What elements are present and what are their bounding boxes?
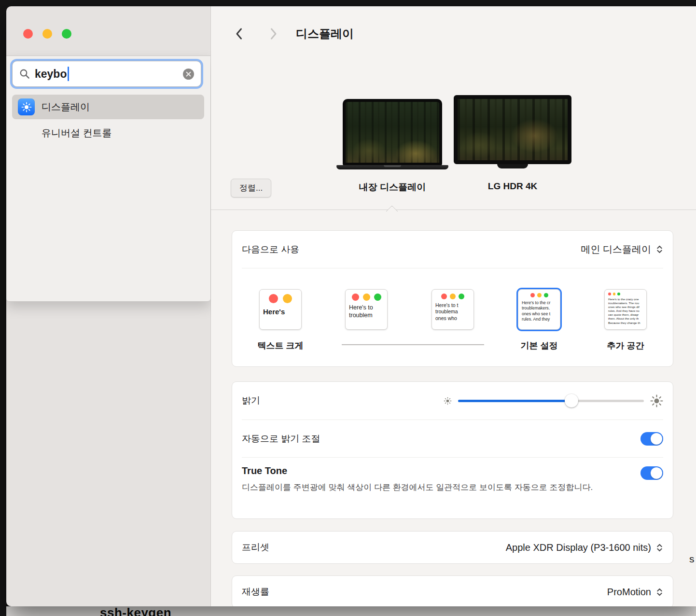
brightness-max-sun-icon <box>650 394 663 407</box>
builtin-display-preview[interactable] <box>343 99 442 169</box>
chevron-up-down-icon <box>656 543 663 553</box>
toggle-knob <box>651 433 662 445</box>
selected-display-caret <box>386 205 398 217</box>
preset-row: 프리셋 Apple XDR Display (P3-1600 nits) <box>232 532 673 563</box>
refresh-rate-row: 재생률 ProMotion <box>232 576 673 606</box>
chevron-right-icon <box>270 28 278 40</box>
monitor-stand <box>497 164 528 168</box>
preview-text-line: Here's to the cr <box>522 300 557 306</box>
auto-brightness-row: 자동으로 밝기 조절 <box>232 420 673 457</box>
external-display-name: LG HDR 4K <box>488 181 537 192</box>
chevron-up-down-icon <box>656 587 663 597</box>
background-text-fragment: s <box>689 553 695 565</box>
brightness-slider[interactable] <box>458 394 644 407</box>
display-settings-pane: 디스플레이 내장 디스플레이 LG HDR 4K 정렬... 다음으로 사용 메… <box>211 6 696 606</box>
preview-text-line: ones who see things dif <box>608 305 643 309</box>
laptop-base <box>336 165 448 169</box>
true-tone-label: True Tone <box>242 465 663 476</box>
forward-button[interactable] <box>270 28 278 42</box>
preview-text-line: ones who <box>435 315 470 322</box>
builtin-display-name: 내장 디스플레이 <box>359 181 426 194</box>
preview-text-line: troublema <box>435 308 470 315</box>
refresh-rate-card: 재생률 ProMotion <box>232 575 673 606</box>
use-as-row: 다음으로 사용 메인 디스플레이 <box>232 231 673 268</box>
use-as-label: 다음으로 사용 <box>242 243 299 256</box>
scaling-option-more-space[interactable]: Here's to the crazy one troublemakers. T… <box>604 289 647 330</box>
sidebar: keybo <box>6 6 211 606</box>
preview-text-line: troublemakers. <box>522 306 557 311</box>
preview-text-line: troublemakers. The rou <box>608 301 643 305</box>
preset-label: 프리셋 <box>242 541 269 554</box>
use-as-value: 메인 디스플레이 <box>581 243 651 256</box>
zoom-button[interactable] <box>62 29 71 39</box>
preview-text-line: troublem <box>349 311 384 319</box>
search-result-universal-control[interactable]: 유니버설 컨트롤 <box>12 122 204 143</box>
display-config-card: 다음으로 사용 메인 디스플레이 Here's <box>232 230 673 367</box>
preview-text-line: them. About the only th <box>608 317 643 321</box>
clear-search-button[interactable] <box>183 69 194 80</box>
display-brightness-icon <box>18 98 35 115</box>
preview-text-line: Because they change th <box>608 321 643 325</box>
resolution-options: Here's Here's to troublem Here's to t tr… <box>232 268 673 367</box>
search-icon <box>19 69 30 79</box>
preview-text-line: can quote them, disagr <box>608 313 643 317</box>
scaling-option-2[interactable]: Here's to troublem <box>345 289 388 330</box>
page-title: 디스플레이 <box>296 26 354 42</box>
refresh-rate-label: 재생률 <box>242 586 269 598</box>
search-results-list: 디스플레이 유니버설 컨트롤 <box>12 95 204 143</box>
external-display-screen <box>454 95 571 164</box>
scaling-option-default[interactable]: Here's to the cr troublemakers. ones who… <box>518 289 560 330</box>
search-input[interactable]: keybo <box>12 61 201 87</box>
text-cursor <box>68 67 69 81</box>
scaling-label-larger-text: 텍스트 크게 <box>257 340 303 351</box>
true-tone-toggle[interactable] <box>640 466 663 480</box>
preview-text-line: ones who see t <box>522 311 557 317</box>
slider-fill <box>458 400 571 402</box>
preview-text-line: Here's to t <box>435 302 470 308</box>
search-result-displays[interactable]: 디스플레이 <box>12 95 204 119</box>
window-controls <box>23 29 71 39</box>
use-as-popup[interactable]: 메인 디스플레이 <box>581 243 663 256</box>
toggle-knob <box>651 467 662 479</box>
preset-popup[interactable]: Apple XDR Display (P3-1600 nits) <box>506 542 663 553</box>
refresh-rate-value: ProMotion <box>607 587 651 598</box>
scaling-label-more-space: 추가 공간 <box>607 340 644 351</box>
x-icon <box>186 71 191 77</box>
search-query-text: keybo <box>35 68 67 81</box>
close-button[interactable] <box>23 29 33 39</box>
mini-window-dots <box>518 293 560 297</box>
slider-knob[interactable] <box>565 394 578 407</box>
preset-card: 프리셋 Apple XDR Display (P3-1600 nits) <box>232 531 673 564</box>
mini-window-dots <box>260 294 301 303</box>
auto-brightness-toggle[interactable] <box>640 432 663 446</box>
refresh-rate-popup[interactable]: ProMotion <box>607 587 663 598</box>
preset-value: Apple XDR Display (P3-1600 nits) <box>506 542 651 553</box>
true-tone-row: True Tone 디스플레이를 주변광에 맞춰 색상이 다른 환경에서도 일관… <box>232 458 673 494</box>
mini-window-dots <box>432 294 473 299</box>
search-results-popover: keybo <box>6 56 210 302</box>
background-terminal-text: ssh-keygen <box>100 606 171 616</box>
background-window-strip: ssh-keygen <box>6 606 696 616</box>
brightness-label: 밝기 <box>242 394 260 407</box>
back-button[interactable] <box>235 28 243 42</box>
arrange-button[interactable]: 정렬... <box>231 179 271 197</box>
brightness-card: 밝기 <box>232 381 673 519</box>
scaling-option-3[interactable]: Here's to t troublema ones who <box>432 289 474 330</box>
preview-text-line: Here's <box>263 308 298 316</box>
preview-text-line: rules. And they have no <box>608 309 643 313</box>
preview-text-line: Here's to <box>349 304 384 311</box>
minimize-button[interactable] <box>42 29 52 39</box>
system-settings-window: keybo <box>6 6 696 606</box>
brightness-min-sun-icon <box>444 397 452 405</box>
scaling-connector-line <box>342 344 484 345</box>
chevron-up-down-icon <box>656 244 663 254</box>
section-divider <box>211 210 696 210</box>
scaling-option-larger-text[interactable]: Here's <box>259 289 302 330</box>
brightness-slider-group <box>444 394 663 407</box>
preview-text-line: Here's to the crazy one <box>608 297 643 301</box>
external-display-preview[interactable] <box>454 95 571 168</box>
search-result-label: 유니버설 컨트롤 <box>42 126 112 140</box>
preview-text-line: rules. And they <box>522 317 557 322</box>
search-result-label: 디스플레이 <box>42 100 90 113</box>
mini-window-dots <box>346 294 387 301</box>
